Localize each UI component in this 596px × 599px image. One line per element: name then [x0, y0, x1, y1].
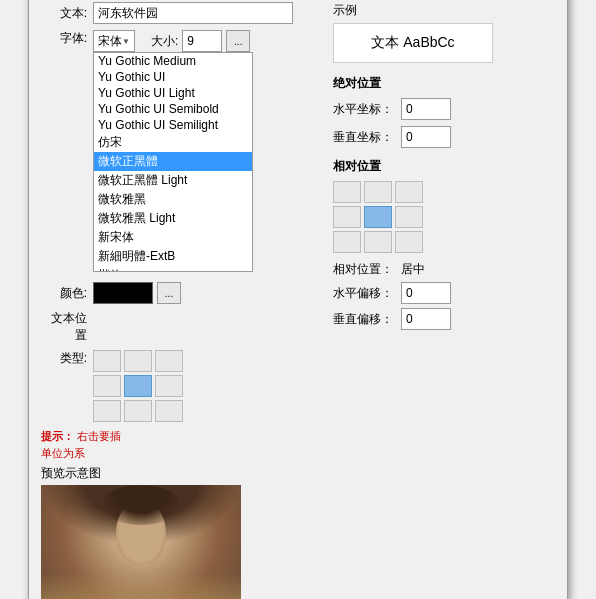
- preview-label: 示例: [333, 2, 555, 19]
- text-label: 文本:: [41, 5, 93, 22]
- dropdown-arrow-icon: ▼: [122, 37, 130, 46]
- rel-pos-title: 相对位置: [333, 158, 555, 175]
- size-input[interactable]: [182, 30, 222, 52]
- top-area: 文本: 字体: 宋体 ▼ Sitka TextSylfaenSymbol: [29, 0, 567, 599]
- v-offset-row: 垂直偏移：: [333, 308, 555, 330]
- color-swatch: [93, 282, 153, 304]
- grid-cell-tr[interactable]: [155, 350, 183, 372]
- grid-cell-bc[interactable]: [124, 400, 152, 422]
- font-select-display[interactable]: 宋体 ▼: [93, 30, 135, 52]
- font-dropdown-item[interactable]: Yu Gothic UI Light: [94, 85, 252, 101]
- grid-cell-br[interactable]: [155, 400, 183, 422]
- h-coord-label: 水平坐标：: [333, 101, 393, 118]
- position-grid: [93, 350, 183, 422]
- abs-pos-title: 绝对位置: [333, 75, 555, 92]
- rel-cell-br[interactable]: [395, 231, 423, 253]
- color-row: 颜色: ...: [41, 282, 321, 304]
- grid-cell-mr[interactable]: [155, 375, 183, 397]
- preview-text: 文本 AaBbCc: [371, 34, 454, 52]
- rel-row-2: [333, 206, 555, 228]
- rel-pos-display-value: 居中: [401, 261, 425, 278]
- portrait-hair-top: [101, 485, 181, 525]
- rel-grid: [333, 181, 555, 253]
- main-area: 文本: 字体: 宋体 ▼ Sitka TextSylfaenSymbol: [29, 0, 567, 599]
- rel-cell-tc[interactable]: [364, 181, 392, 203]
- rel-row-3: [333, 231, 555, 253]
- relative-position-section: 相对位置: [333, 158, 555, 330]
- font-dropdown-item[interactable]: Yu Gothic UI Semibold: [94, 101, 252, 117]
- font-select-container: 宋体 ▼ Sitka TextSylfaenSymbolTahomaTimes …: [93, 30, 135, 52]
- font-dropdown-item[interactable]: 微软雅黑 Light: [94, 209, 252, 228]
- position-row: 文本位置: [41, 310, 321, 344]
- grid-cell-ml[interactable]: [93, 375, 121, 397]
- absolute-position-section: 绝对位置 水平坐标： 垂直坐标：: [333, 75, 555, 148]
- type-label: 类型:: [41, 350, 93, 367]
- font-dropdown-item[interactable]: 微软正黑體: [94, 152, 252, 171]
- font-dropdown-item[interactable]: Yu Gothic Medium: [94, 53, 252, 69]
- color-picker-button[interactable]: ...: [157, 282, 181, 304]
- font-dropdown-item[interactable]: 新宋体: [94, 228, 252, 247]
- font-dropdown-item[interactable]: Yu Gothic UI: [94, 69, 252, 85]
- size-row: 大小: ...: [151, 30, 250, 52]
- v-coord-label: 垂直坐标：: [333, 129, 393, 146]
- preview-example-section: 示例 文本 AaBbCc: [333, 2, 555, 63]
- grid-row-2: [93, 375, 183, 397]
- rel-cell-tl[interactable]: [333, 181, 361, 203]
- h-coord-row: 水平坐标：: [333, 98, 555, 120]
- left-form: 文本: 字体: 宋体 ▼ Sitka TextSylfaenSymbol: [41, 2, 321, 599]
- font-dropdown-item[interactable]: 微软正黑體 Light: [94, 171, 252, 190]
- font-dropdown[interactable]: Sitka TextSylfaenSymbolTahomaTimes New R…: [93, 52, 253, 272]
- font-row: 字体: 宋体 ▼ Sitka TextSylfaenSymbolTahomaTi…: [41, 30, 321, 52]
- font-selected-value: 宋体: [98, 33, 122, 50]
- v-coord-row: 垂直坐标：: [333, 126, 555, 148]
- grid-cell-tc[interactable]: [124, 350, 152, 372]
- rel-row-1: [333, 181, 555, 203]
- text-input[interactable]: [93, 2, 293, 24]
- portrait-shoulder: [41, 573, 241, 599]
- hint-section: 提示： 右击要插 单位为系: [41, 428, 321, 461]
- h-coord-input[interactable]: [401, 98, 451, 120]
- position-label: 文本位置: [41, 310, 93, 344]
- rel-pos-display-label: 相对位置：: [333, 261, 393, 278]
- rel-pos-display-row: 相对位置： 居中: [333, 261, 555, 278]
- rel-cell-mr[interactable]: [395, 206, 423, 228]
- grid-cell-bl[interactable]: [93, 400, 121, 422]
- h-offset-row: 水平偏移：: [333, 282, 555, 304]
- rel-cell-ml[interactable]: [333, 206, 361, 228]
- grid-cell-tl[interactable]: [93, 350, 121, 372]
- rel-cell-mc[interactable]: [364, 206, 392, 228]
- grid-row-1: [93, 350, 183, 372]
- v-coord-input[interactable]: [401, 126, 451, 148]
- color-label: 颜色:: [41, 285, 93, 302]
- hint-text: 提示： 右击要插: [41, 428, 321, 445]
- h-offset-label: 水平偏移：: [333, 285, 393, 302]
- font-dropdown-item[interactable]: 微软雅黑: [94, 190, 252, 209]
- h-offset-input[interactable]: [401, 282, 451, 304]
- hint-text2: 单位为系: [41, 445, 321, 462]
- v-offset-label: 垂直偏移：: [333, 311, 393, 328]
- preview-image-label: 预览示意图: [41, 465, 321, 482]
- font-label: 字体:: [41, 30, 93, 47]
- font-dropdown-item[interactable]: 仿宋: [94, 133, 252, 152]
- hint-label: 提示：: [41, 430, 74, 442]
- text-row: 文本:: [41, 2, 321, 24]
- font-controls: 宋体 ▼ Sitka TextSylfaenSymbolTahomaTimes …: [93, 30, 250, 52]
- font-dropdown-item[interactable]: Yu Gothic UI Semilight: [94, 117, 252, 133]
- grid-cell-mc[interactable]: [124, 375, 152, 397]
- size-label: 大小:: [151, 33, 178, 50]
- rel-cell-bc[interactable]: [364, 231, 392, 253]
- font-dropdown-item[interactable]: 新細明體-ExtB: [94, 247, 252, 266]
- v-offset-input[interactable]: [401, 308, 451, 330]
- rel-cell-tr[interactable]: [395, 181, 423, 203]
- add-watermark-dialog: A 添加文字水印 − □ × 水印内 www.pc0359.cn 文本内容 文本…: [28, 0, 568, 599]
- font-dropdown-item[interactable]: 楷体: [94, 266, 252, 272]
- type-row: 类型:: [41, 350, 321, 422]
- preview-box: 文本 AaBbCc: [333, 23, 493, 63]
- size-picker-button[interactable]: ...: [226, 30, 250, 52]
- rel-cell-bl[interactable]: [333, 231, 361, 253]
- grid-row-3: [93, 400, 183, 422]
- preview-image-section: 预览示意图: [41, 465, 321, 599]
- preview-image: [41, 485, 241, 599]
- hint-text1: 右击要插: [77, 430, 121, 442]
- right-info: 示例 文本 AaBbCc 绝对位置 水平坐标： 垂直坐标：: [321, 2, 555, 599]
